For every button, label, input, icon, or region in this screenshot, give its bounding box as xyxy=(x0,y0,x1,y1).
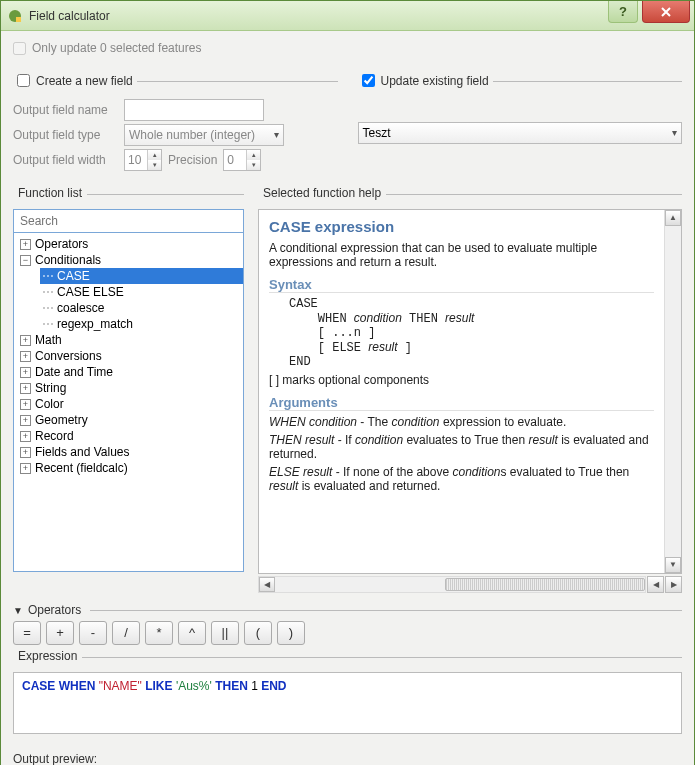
operator-char-button[interactable]: + xyxy=(46,621,74,645)
operator-char-button[interactable]: - xyxy=(79,621,107,645)
titlebar[interactable]: Field calculator ? xyxy=(1,1,694,31)
expr-kw: CASE WHEN xyxy=(22,679,99,693)
output-type-value: Whole number (integer) xyxy=(129,128,255,142)
create-new-field-label: Create a new field xyxy=(36,74,133,88)
existing-field-combo[interactable]: Teszt ▾ xyxy=(358,122,683,144)
expr-field: "NAME" xyxy=(99,679,142,693)
tree-item-conversions[interactable]: +Conversions xyxy=(18,348,243,364)
scroll-left-icon[interactable]: ◀ xyxy=(259,577,275,592)
output-width-label: Output field width xyxy=(13,153,118,167)
operators-label: Operators xyxy=(28,603,81,617)
spin-down-icon[interactable]: ▾ xyxy=(247,160,260,170)
tree-item-fields-and-values[interactable]: +Fields and Values xyxy=(18,444,243,460)
only-update-check-input[interactable] xyxy=(13,42,26,55)
help-intro: A conditional expression that can be use… xyxy=(269,241,654,269)
help-vertical-scrollbar[interactable]: ▲ ▼ xyxy=(664,210,681,573)
tree-item-geometry[interactable]: +Geometry xyxy=(18,412,243,428)
operator-button-row: =+-/*^||() xyxy=(13,621,682,645)
plus-icon[interactable]: + xyxy=(20,383,31,394)
scroll-down-icon[interactable]: ▼ xyxy=(665,557,681,573)
qgis-icon xyxy=(7,8,23,24)
operator-char-button[interactable]: ( xyxy=(244,621,272,645)
help-args: WHEN condition - The condition expressio… xyxy=(269,415,654,493)
spin-up-icon[interactable]: ▴ xyxy=(247,150,260,160)
tree-item-coalesce[interactable]: ⋯coalesce xyxy=(40,300,243,316)
only-update-checkbox[interactable]: Only update 0 selected features xyxy=(13,41,201,55)
scroll-up-icon[interactable]: ▲ xyxy=(665,210,681,226)
plus-icon[interactable]: + xyxy=(20,431,31,442)
function-tree[interactable]: +Operators−Conditionals⋯CASE⋯CASE ELSE⋯c… xyxy=(13,232,244,572)
tree-item-case-else[interactable]: ⋯CASE ELSE xyxy=(40,284,243,300)
operator-char-button[interactable]: ) xyxy=(277,621,305,645)
plus-icon[interactable]: + xyxy=(20,351,31,362)
output-type-combo[interactable]: Whole number (integer) ▾ xyxy=(124,124,284,146)
tree-item-math[interactable]: +Math xyxy=(18,332,243,348)
precision-spin[interactable]: 0 ▴▾ xyxy=(223,149,261,171)
scroll-thumb[interactable] xyxy=(445,578,645,591)
plus-icon[interactable]: + xyxy=(20,367,31,378)
operators-toggle[interactable]: ▼ Operators xyxy=(13,603,682,617)
plus-icon[interactable]: + xyxy=(20,463,31,474)
help-horizontal-scrollbar[interactable]: ◀ xyxy=(258,576,646,593)
tree-leaf-icon: ⋯ xyxy=(42,285,53,299)
expr-kw: LIKE xyxy=(142,679,176,693)
function-list-label: Function list xyxy=(13,186,87,200)
output-name-input[interactable] xyxy=(124,99,264,121)
help-title: CASE expression xyxy=(269,218,654,235)
tree-item-date-and-time[interactable]: +Date and Time xyxy=(18,364,243,380)
output-preview-label: Output preview: xyxy=(13,752,682,765)
scroll-left-icon[interactable]: ◀ xyxy=(647,576,664,593)
create-new-field-group: Create a new field Output field name Out… xyxy=(13,74,338,175)
update-existing-field-checkbox[interactable]: Update existing field xyxy=(362,74,489,88)
expr-num: 1 xyxy=(251,679,258,693)
titlebar-help-button[interactable]: ? xyxy=(608,1,638,23)
create-new-field-checkbox[interactable]: Create a new field xyxy=(17,74,133,88)
tree-item-conditionals[interactable]: −Conditionals xyxy=(18,252,243,268)
precision-value: 0 xyxy=(227,153,234,167)
tree-item-operators[interactable]: +Operators xyxy=(18,236,243,252)
tree-item-string[interactable]: +String xyxy=(18,380,243,396)
selected-help-label: Selected function help xyxy=(258,186,386,200)
plus-icon[interactable]: + xyxy=(20,335,31,346)
minus-icon[interactable]: − xyxy=(20,255,31,266)
operator-char-button[interactable]: / xyxy=(112,621,140,645)
scroll-right-icon[interactable]: ▶ xyxy=(665,576,682,593)
tree-item-case[interactable]: ⋯CASE xyxy=(40,268,243,284)
tree-item-color[interactable]: +Color xyxy=(18,396,243,412)
tree-item-regexp-match[interactable]: ⋯regexp_match xyxy=(40,316,243,332)
operator-charchar-button[interactable]: || xyxy=(211,621,239,645)
create-new-field-check-input[interactable] xyxy=(17,74,30,87)
spin-up-icon[interactable]: ▴ xyxy=(148,150,161,160)
update-existing-field-label: Update existing field xyxy=(381,74,489,88)
help-syntax: CASE WHEN condition THEN result [ ...n ]… xyxy=(289,297,654,369)
operator-char-button[interactable]: ^ xyxy=(178,621,206,645)
help-panel: CASE expression A conditional expression… xyxy=(258,209,682,574)
expr-kw: THEN xyxy=(212,679,251,693)
plus-icon[interactable]: + xyxy=(20,415,31,426)
update-existing-field-check-input[interactable] xyxy=(362,74,375,87)
search-input[interactable] xyxy=(13,209,244,233)
tree-item-record[interactable]: +Record xyxy=(18,428,243,444)
help-marks: [ ] marks optional components xyxy=(269,373,654,387)
tree-leaf-icon: ⋯ xyxy=(42,317,53,331)
precision-label: Precision xyxy=(168,153,217,167)
titlebar-close-button[interactable] xyxy=(642,1,690,23)
existing-field-value: Teszt xyxy=(363,126,391,140)
output-width-spin[interactable]: 10 ▴▾ xyxy=(124,149,162,171)
expression-editor[interactable]: CASE WHEN "NAME" LIKE 'Aus%' THEN 1 END xyxy=(13,672,682,734)
expr-literal: 'Aus%' xyxy=(176,679,212,693)
update-existing-field-group: Update existing field Teszt ▾ xyxy=(358,74,683,145)
tree-item-recent-fieldcalc-[interactable]: +Recent (fieldcalc) xyxy=(18,460,243,476)
chevron-down-icon: ▾ xyxy=(672,127,677,138)
operator-char-button[interactable]: = xyxy=(13,621,41,645)
plus-icon[interactable]: + xyxy=(20,447,31,458)
output-name-label: Output field name xyxy=(13,103,118,117)
expr-kw: END xyxy=(258,679,287,693)
plus-icon[interactable]: + xyxy=(20,239,31,250)
spin-down-icon[interactable]: ▾ xyxy=(148,160,161,170)
plus-icon[interactable]: + xyxy=(20,399,31,410)
field-calculator-window: Field calculator ? Only update 0 selecte… xyxy=(0,0,695,765)
operator-char-button[interactable]: * xyxy=(145,621,173,645)
output-type-label: Output field type xyxy=(13,128,118,142)
svg-rect-1 xyxy=(16,17,21,22)
